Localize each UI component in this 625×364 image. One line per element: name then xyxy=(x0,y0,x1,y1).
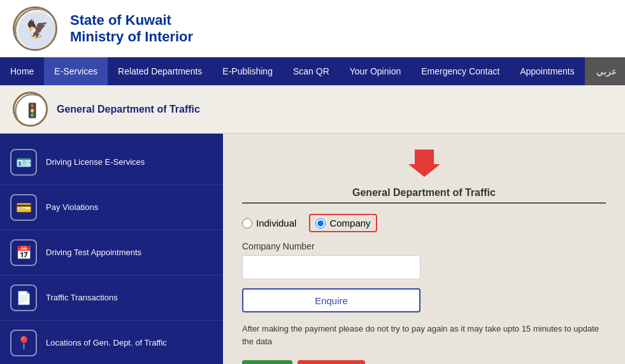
svg-text:🚦: 🚦 xyxy=(24,102,41,119)
main-content: 🪪 Driving License E-Services 💳 Pay Viola… xyxy=(0,134,625,364)
company-number-input[interactable] xyxy=(242,255,420,279)
notice-text: After making the payment please do not t… xyxy=(242,323,606,347)
nav-appointments[interactable]: Appointments xyxy=(510,57,585,85)
nav-home[interactable]: Home xyxy=(0,57,44,85)
nav-your-opinion[interactable]: Your Opinion xyxy=(340,57,411,85)
nav-related-departments[interactable]: Related Departments xyxy=(108,57,212,85)
arrow-container xyxy=(242,146,606,182)
radio-company[interactable]: Company xyxy=(309,214,377,232)
locations-icon: 📍 xyxy=(10,330,37,356)
sub-header-title: General Department of Traffic xyxy=(57,104,200,115)
nav-epublishing[interactable]: E-Publishing xyxy=(212,57,283,85)
sidebar-label-driving-test: Driving Test Appointments xyxy=(46,248,141,258)
enquire-button[interactable]: Enquire xyxy=(242,288,420,312)
ministry-logo: 🦅 xyxy=(13,6,57,51)
traffic-transactions-icon: 📄 xyxy=(10,284,37,311)
title-line1: State of Kuwait xyxy=(70,12,193,29)
svg-marker-6 xyxy=(408,150,440,177)
right-panel: General Department of Traffic Individual… xyxy=(223,134,625,364)
down-arrow-icon xyxy=(408,146,440,182)
field-label: Company Number xyxy=(242,241,606,251)
badge-group: Payable Non Payable xyxy=(242,360,606,364)
section-title: General Department of Traffic xyxy=(242,187,606,204)
header: 🦅 State of Kuwait Ministry of Interior xyxy=(0,0,625,57)
driving-license-icon: 🪪 xyxy=(10,149,37,176)
sidebar-label-pay-violations: Pay Violations xyxy=(46,202,98,213)
nav-arabic[interactable]: عربي xyxy=(585,57,625,85)
sidebar-label-traffic-transactions: Traffic Transactions xyxy=(46,293,118,304)
sidebar-item-driving-test[interactable]: 📅 Driving Test Appointments xyxy=(0,230,223,276)
radio-individual-input[interactable] xyxy=(242,218,252,228)
pay-violations-icon: 💳 xyxy=(10,194,37,221)
payable-badge[interactable]: Payable xyxy=(242,360,292,364)
header-title: State of Kuwait Ministry of Interior xyxy=(70,12,193,45)
radio-group: Individual Company xyxy=(242,214,606,232)
driving-test-icon: 📅 xyxy=(10,239,37,266)
nav-eservices[interactable]: E-Services xyxy=(44,57,108,85)
sidebar-item-locations[interactable]: 📍 Locations of Gen. Dept. of Traffic xyxy=(0,321,223,364)
sub-logo: 🚦 xyxy=(13,92,48,127)
non-payable-badge[interactable]: Non Payable xyxy=(298,360,365,364)
sidebar-label-driving-license: Driving License E-Services xyxy=(46,157,145,168)
radio-company-input[interactable] xyxy=(315,218,326,228)
radio-individual-label: Individual xyxy=(256,218,296,228)
sub-header: 🚦 General Department of Traffic xyxy=(0,85,625,134)
title-line2: Ministry of Interior xyxy=(70,29,193,45)
nav-scan-qr[interactable]: Scan QR xyxy=(283,57,340,85)
sidebar: 🪪 Driving License E-Services 💳 Pay Viola… xyxy=(0,134,223,364)
radio-company-label: Company xyxy=(329,218,370,228)
nav-emergency-contact[interactable]: Emergency Contact xyxy=(411,57,510,85)
sidebar-item-pay-violations[interactable]: 💳 Pay Violations xyxy=(0,185,223,230)
sidebar-label-locations: Locations of Gen. Dept. of Traffic xyxy=(46,338,167,349)
svg-text:🦅: 🦅 xyxy=(26,18,48,39)
navbar: Home E-Services Related Departments E-Pu… xyxy=(0,57,625,85)
radio-individual[interactable]: Individual xyxy=(242,218,296,228)
sidebar-item-driving-license[interactable]: 🪪 Driving License E-Services xyxy=(0,140,223,185)
sidebar-item-traffic-transactions[interactable]: 📄 Traffic Transactions xyxy=(0,276,223,321)
